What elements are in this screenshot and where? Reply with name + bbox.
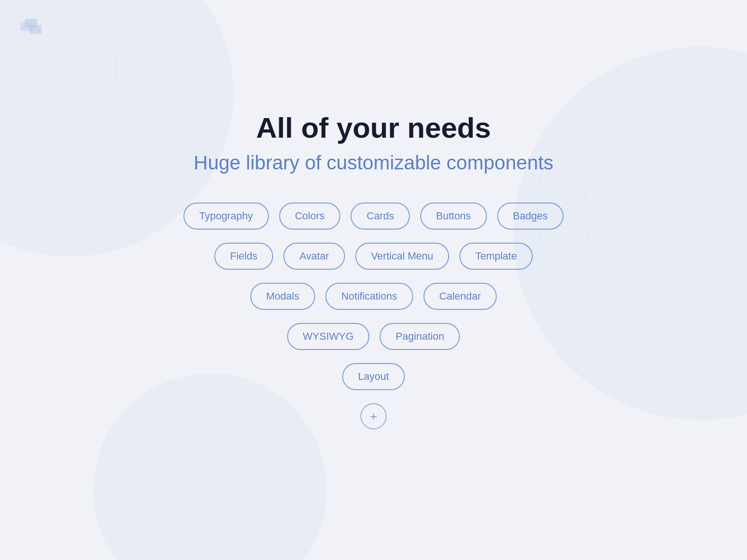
- pills-row-4: WYSIWYG Pagination: [287, 323, 460, 350]
- pills-container: Typography Colors Cards Buttons Badges F…: [183, 203, 564, 429]
- pills-row-5: Layout: [342, 363, 405, 390]
- pill-wysiwyg[interactable]: WYSIWYG: [287, 323, 370, 350]
- pill-notifications[interactable]: Notifications: [325, 283, 413, 310]
- pill-template[interactable]: Template: [459, 243, 533, 270]
- pills-row-2: Fields Avatar Vertical Menu Template: [214, 243, 533, 270]
- pill-colors[interactable]: Colors: [279, 203, 341, 230]
- main-title: All of your needs: [194, 112, 553, 144]
- main-content: All of your needs Huge library of custom…: [0, 0, 747, 560]
- pill-buttons[interactable]: Buttons: [420, 203, 487, 230]
- pill-plus[interactable]: +: [360, 403, 387, 429]
- pill-layout[interactable]: Layout: [342, 363, 405, 390]
- subtitle: Huge library of customizable components: [194, 151, 553, 175]
- pills-row-6: +: [360, 403, 387, 429]
- pill-badges[interactable]: Badges: [497, 203, 564, 230]
- pill-cards[interactable]: Cards: [351, 203, 410, 230]
- pill-fields[interactable]: Fields: [214, 243, 274, 270]
- pill-avatar[interactable]: Avatar: [283, 243, 345, 270]
- heading-section: All of your needs Huge library of custom…: [194, 112, 553, 175]
- pill-vertical-menu[interactable]: Vertical Menu: [355, 243, 449, 270]
- pill-calendar[interactable]: Calendar: [423, 283, 497, 310]
- pills-row-1: Typography Colors Cards Buttons Badges: [183, 203, 564, 230]
- pill-typography[interactable]: Typography: [183, 203, 269, 230]
- pill-pagination[interactable]: Pagination: [380, 323, 460, 350]
- pills-row-3: Modals Notifications Calendar: [250, 283, 497, 310]
- pill-modals[interactable]: Modals: [250, 283, 315, 310]
